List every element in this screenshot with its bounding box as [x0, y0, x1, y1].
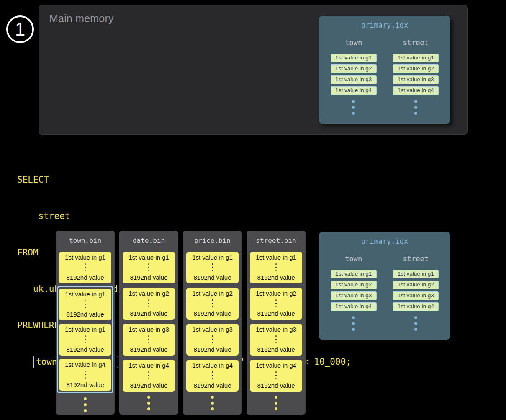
- idx-column-town: town 1st value in g1 1st value in g2 1st…: [326, 255, 381, 331]
- granule-last-value: 8192nd value: [66, 274, 104, 281]
- idx-entry: 1st value in g1: [393, 270, 439, 278]
- granule-ellipsis-icon: [148, 299, 149, 308]
- diagram-canvas: 1 Main memory primary.idx town 1st value…: [0, 0, 506, 420]
- granule-first-value: 1st value in g4: [65, 361, 105, 368]
- granule-ellipsis-icon: [148, 263, 149, 272]
- granule-ellipsis-icon: [275, 335, 277, 344]
- granule-ellipsis-icon: [148, 371, 149, 380]
- idx-entry: 1st value in g2: [331, 281, 377, 289]
- sql-line: street: [17, 210, 351, 222]
- idx-column-header: street: [388, 255, 443, 263]
- granule-last-value: 8192nd value: [257, 382, 295, 389]
- idx-entry: 1st value in g2: [393, 281, 439, 289]
- granule-last-value: 8192nd value: [193, 274, 231, 281]
- granule-highlight-box: 1st value in g1 8192nd value 1st value i…: [57, 286, 113, 393]
- granule-first-value: 1st value in g1: [256, 254, 296, 261]
- primary-idx-panel-memory: primary.idx town 1st value in g1 1st val…: [319, 16, 450, 124]
- main-memory-label: Main memory: [49, 13, 114, 25]
- granule-first-value: 1st value in g2: [128, 290, 169, 297]
- idx-entry: 1st value in g3: [331, 291, 377, 300]
- column-file-street-bin: street.bin 1st value in g1 8192nd value …: [247, 231, 306, 415]
- column-file-title: town.bin: [56, 231, 115, 245]
- primary-idx-panel-disk: primary.idx town 1st value in g1 1st val…: [319, 232, 450, 340]
- granule-first-value: 1st value in g1: [128, 254, 169, 261]
- granule-last-value: 8192nd value: [66, 381, 104, 388]
- granule-last-value: 8192nd value: [130, 346, 167, 353]
- granule-last-value: 8192nd value: [257, 274, 295, 281]
- granule-box: 1st value in g1 8192nd value: [186, 252, 239, 283]
- granule-last-value: 8192nd value: [130, 274, 167, 281]
- idx-entry: 1st value in g4: [393, 86, 439, 95]
- granule-last-value: 8192nd value: [257, 310, 295, 317]
- granule-last-value: 8192nd value: [193, 346, 231, 353]
- ellipsis-dots-icon: [247, 396, 306, 410]
- granule-first-value: 1st value in g1: [65, 291, 105, 298]
- granule-box: 1st value in g4 8192nd value: [186, 360, 239, 392]
- idx-entry: 1st value in g2: [393, 64, 439, 73]
- step-1-badge: 1: [6, 15, 34, 43]
- granule-box: 1st value in g2 8192nd value: [123, 288, 175, 320]
- granule-ellipsis-icon: [212, 335, 213, 344]
- column-files-row: town.bin 1st value in g1 8192nd value 1s…: [56, 231, 306, 415]
- idx-column-town: town 1st value in g1 1st value in g2 1st…: [326, 39, 381, 115]
- granule-box: 1st value in g1 8192nd value: [59, 289, 111, 320]
- primary-idx-title: primary.idx: [319, 232, 450, 245]
- granule-box: 1st value in g2 8192nd value: [186, 288, 239, 320]
- idx-column-street: street 1st value in g1 1st value in g2 1…: [388, 255, 443, 331]
- idx-entry: 1st value in g3: [393, 291, 439, 300]
- granule-ellipsis-icon: [85, 370, 86, 379]
- sql-line: SELECT: [17, 174, 351, 186]
- column-file-title: price.bin: [183, 231, 242, 245]
- column-file-title: street.bin: [247, 231, 306, 245]
- granule-last-value: 8192nd value: [193, 310, 231, 317]
- column-file-title: date.bin: [119, 231, 178, 245]
- ellipsis-dots-icon: [326, 100, 381, 115]
- granule-box: 1st value in g1 8192nd value: [59, 252, 111, 283]
- ellipsis-dots-icon: [388, 316, 443, 331]
- granule-last-value: 8192nd value: [130, 382, 167, 389]
- granule-first-value: 1st value in g1: [65, 254, 105, 261]
- granule-ellipsis-icon: [148, 335, 149, 344]
- granule-ellipsis-icon: [85, 335, 86, 344]
- granule-ellipsis-icon: [275, 299, 277, 308]
- granule-box: 1st value in g4 8192nd value: [250, 360, 302, 392]
- granule-box: 1st value in g2 8192nd value: [250, 288, 302, 320]
- granule-first-value: 1st value in g1: [65, 326, 105, 333]
- column-file-price-bin: price.bin 1st value in g1 8192nd value 1…: [183, 231, 242, 415]
- granule-last-value: 8192nd value: [66, 346, 104, 353]
- granule-box: 1st value in g4 8192nd value: [123, 360, 175, 392]
- granule-ellipsis-icon: [85, 299, 86, 309]
- idx-entry: 1st value in g4: [393, 302, 439, 311]
- ellipsis-dots-icon: [56, 397, 115, 412]
- granule-box: 1st value in g3 8192nd value: [250, 324, 302, 356]
- idx-column-header: town: [326, 255, 381, 263]
- granule-box: 1st value in g1 8192nd value: [59, 324, 111, 356]
- granule-first-value: 1st value in g4: [128, 362, 169, 369]
- granule-ellipsis-icon: [85, 263, 86, 272]
- granule-last-value: 8192nd value: [257, 346, 295, 353]
- granule-first-value: 1st value in g2: [256, 290, 296, 297]
- granule-box: 1st value in g3 8192nd value: [186, 324, 239, 356]
- primary-idx-title: primary.idx: [319, 16, 450, 29]
- granule-ellipsis-icon: [212, 299, 213, 308]
- idx-entry: 1st value in g1: [393, 54, 439, 62]
- main-memory-panel: Main memory primary.idx town 1st value i…: [39, 5, 468, 135]
- granule-ellipsis-icon: [212, 371, 213, 380]
- granule-last-value: 8192nd value: [130, 310, 167, 317]
- granule-first-value: 1st value in g4: [192, 362, 233, 369]
- granule-first-value: 1st value in g2: [192, 290, 233, 297]
- ellipsis-dots-icon: [388, 100, 443, 115]
- column-file-town-bin: town.bin 1st value in g1 8192nd value 1s…: [56, 231, 115, 415]
- granule-first-value: 1st value in g3: [128, 326, 169, 333]
- idx-entry: 1st value in g3: [331, 75, 377, 84]
- granule-ellipsis-icon: [275, 263, 277, 272]
- granule-first-value: 1st value in g3: [192, 326, 233, 333]
- granule-first-value: 1st value in g3: [256, 326, 296, 333]
- granule-box: 1st value in g3 8192nd value: [123, 324, 175, 356]
- granule-ellipsis-icon: [212, 263, 213, 272]
- idx-entry: 1st value in g2: [331, 64, 377, 73]
- ellipsis-dots-icon: [183, 396, 242, 410]
- granule-last-value: 8192nd value: [66, 311, 104, 318]
- ellipsis-dots-icon: [119, 396, 178, 410]
- granule-ellipsis-icon: [275, 371, 277, 380]
